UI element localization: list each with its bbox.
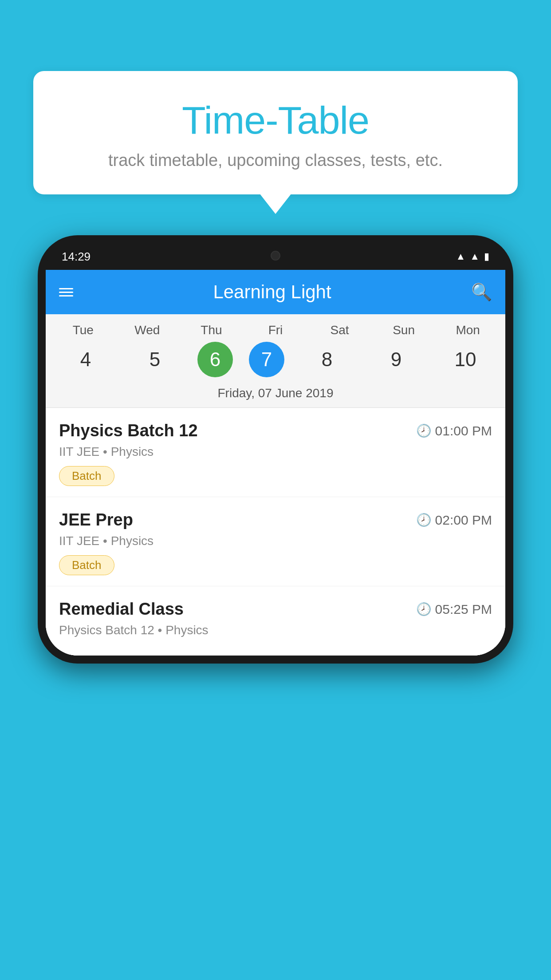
bubble-subtitle: track timetable, upcoming classes, tests… [55,151,496,170]
date-10[interactable]: 10 [439,342,492,377]
schedule-item-3[interactable]: Remedial Class 🕗 05:25 PM Physics Batch … [46,586,505,656]
app-title: Learning Light [213,281,331,303]
day-header-wed: Wed [121,323,174,337]
phone-notch [236,243,315,268]
search-icon[interactable]: 🔍 [471,282,492,302]
date-5[interactable]: 5 [128,342,181,377]
battery-icon: ▮ [484,251,489,262]
batch-badge-1: Batch [59,466,114,486]
day-numbers: 4 5 6 7 8 9 10 [46,342,505,386]
schedule-item-3-time: 🕗 05:25 PM [416,602,492,617]
clock-icon-2: 🕗 [416,513,432,527]
day-headers: Tue Wed Thu Fri Sat Sun Mon [46,323,505,342]
bubble-title: Time-Table [55,98,496,143]
calendar-strip: Tue Wed Thu Fri Sat Sun Mon 4 5 6 7 8 9 … [46,314,505,408]
app-bar: Learning Light 🔍 [46,270,505,314]
date-9[interactable]: 9 [370,342,423,377]
schedule-item-1[interactable]: Physics Batch 12 🕗 01:00 PM IIT JEE • Ph… [46,408,505,497]
day-header-sun: Sun [377,323,430,337]
schedule-item-2-title: JEE Prep [59,510,133,530]
selected-date-label: Friday, 07 June 2019 [46,386,505,408]
schedule-item-2-time: 🕗 02:00 PM [416,513,492,528]
day-header-thu: Thu [185,323,238,337]
schedule-item-1-subtitle: IIT JEE • Physics [59,445,492,459]
day-header-mon: Mon [441,323,495,337]
batch-badge-2: Batch [59,555,114,575]
speech-bubble-section: Time-Table track timetable, upcoming cla… [33,71,518,194]
hamburger-menu-button[interactable] [59,286,73,299]
speech-bubble: Time-Table track timetable, upcoming cla… [33,71,518,194]
date-8[interactable]: 8 [300,342,354,377]
schedule-item-1-header: Physics Batch 12 🕗 01:00 PM [59,421,492,440]
date-7-selected[interactable]: 7 [249,342,284,377]
schedule-item-2-subtitle: IIT JEE • Physics [59,534,492,548]
day-header-sat: Sat [313,323,366,337]
schedule-item-3-subtitle: Physics Batch 12 • Physics [59,623,492,637]
day-header-fri: Fri [249,323,302,337]
status-icons: ▲ ▲ ▮ [456,251,489,262]
status-bar: 14:29 ▲ ▲ ▮ [46,243,505,270]
clock-icon-1: 🕗 [416,423,432,438]
day-header-tue: Tue [56,323,110,337]
date-4[interactable]: 4 [59,342,112,377]
wifi-icon: ▲ [456,251,465,262]
schedule-item-3-header: Remedial Class 🕗 05:25 PM [59,600,492,619]
schedule-item-2[interactable]: JEE Prep 🕗 02:00 PM IIT JEE • Physics Ba… [46,497,505,586]
schedule-item-1-title: Physics Batch 12 [59,421,198,440]
schedule-item-3-title: Remedial Class [59,600,184,619]
schedule-list: Physics Batch 12 🕗 01:00 PM IIT JEE • Ph… [46,408,505,656]
phone-camera [271,251,280,261]
clock-icon-3: 🕗 [416,602,432,616]
status-time: 14:29 [62,250,91,264]
signal-icon: ▲ [470,251,480,262]
phone-outer: 14:29 ▲ ▲ ▮ Learning Light 🔍 [38,235,513,664]
phone-screen: Learning Light 🔍 Tue Wed Thu Fri Sat Sun… [46,270,505,656]
phone-wrapper: 14:29 ▲ ▲ ▮ Learning Light 🔍 [38,235,513,980]
date-6-today[interactable]: 6 [197,342,233,377]
schedule-item-2-header: JEE Prep 🕗 02:00 PM [59,510,492,530]
schedule-item-1-time: 🕗 01:00 PM [416,423,492,439]
